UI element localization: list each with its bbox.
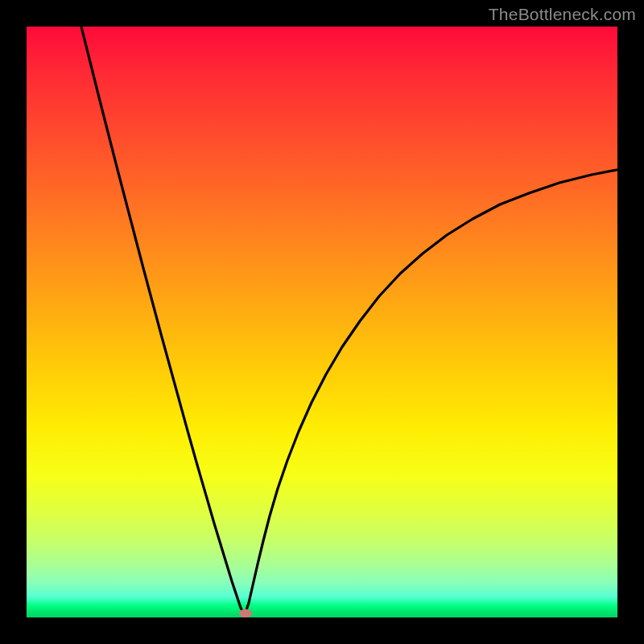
watermark-text: TheBottleneck.com	[489, 5, 636, 24]
min-point-marker	[239, 609, 252, 618]
chart-frame: TheBottleneck.com	[0, 0, 644, 644]
bottleneck-curve	[27, 27, 617, 617]
plot-area	[27, 27, 617, 617]
